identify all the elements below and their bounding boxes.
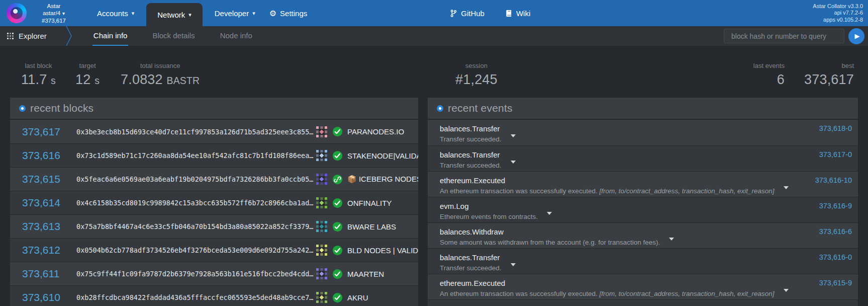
recent-blocks-header: recent blocks	[10, 98, 418, 120]
validator-name[interactable]: ONFINALITY	[347, 199, 392, 207]
event-name: balances.Transfer	[440, 253, 851, 262]
verified-check-icon	[332, 198, 343, 208]
block-author: 📦 ICEBERG NODES 📦	[316, 173, 418, 185]
breadcrumb-chevron-icon	[66, 26, 72, 46]
event-name: balances.Transfer	[440, 150, 851, 160]
block-row: 373,6130x75a7b8bf4467a4c6e33c5fb046a70b1…	[10, 214, 418, 238]
stat-target: target 12 s	[75, 62, 100, 88]
link-badge-icon	[332, 174, 343, 185]
block-search-input[interactable]	[724, 29, 844, 43]
block-number-link[interactable]: 373,616	[10, 149, 66, 162]
block-number-link[interactable]: 373,612	[10, 244, 66, 256]
expand-caret-icon[interactable]	[784, 289, 789, 292]
verified-check-icon	[332, 150, 343, 161]
chain-selector[interactable]: Astar astar/4▾ #373,617	[33, 3, 75, 24]
event-description: Transfer succeeded.	[440, 263, 851, 273]
block-row: 373,6160x73c1d589eb71c17c260aa8da54ee10a…	[10, 143, 418, 167]
block-number-link[interactable]: 373,613	[10, 220, 66, 233]
book-icon	[506, 10, 512, 17]
expand-caret-icon[interactable]	[784, 186, 789, 189]
event-name: ethereum.Executed	[440, 278, 851, 288]
recent-blocks-list: 373,6170x3be3ecb8b15d693ce40d7ce11cf9978…	[10, 120, 418, 306]
event-block-index-link[interactable]: 373,617-0	[819, 150, 852, 159]
event-row: balances.TransferTransfer succeeded.373,…	[428, 120, 858, 145]
tabbar: Explorer Chain info Block details Node i…	[0, 26, 868, 46]
event-row: evm.LogEthereum events from contracts.37…	[428, 197, 858, 222]
main-nav: Accounts▾ Network▾ Developer▾ ⚙Settings	[85, 0, 309, 26]
block-number-link[interactable]: 373,610	[10, 291, 66, 303]
validator-name[interactable]: AKRU	[347, 293, 368, 302]
recent-events-list: balances.TransferTransfer succeeded.373,…	[428, 120, 858, 306]
block-author: MAARTEN	[316, 268, 418, 280]
event-row: ethereum.ExecutedAn ethereum transaction…	[428, 274, 858, 299]
external-links: GitHub Wiki	[450, 9, 530, 18]
validator-name[interactable]: PARANODES.IO	[347, 127, 404, 136]
block-number-link[interactable]: 373,615	[10, 173, 66, 185]
event-row: balances.WithdrawSome amount was withdra…	[428, 222, 858, 248]
event-block-index-link[interactable]: 373,618-0	[819, 124, 852, 132]
git-branch-icon	[450, 10, 457, 17]
validator-name[interactable]: BWARE LABS	[347, 222, 396, 231]
block-hash: 0x5feac6a6e0569ae03a6eabf19b0204975bdfa7…	[76, 175, 316, 183]
astar-logo-icon	[7, 3, 27, 23]
tab-node-info[interactable]: Node info	[219, 26, 253, 46]
event-row: balances.TransferTransfer succeeded.373,…	[428, 248, 858, 274]
validator-identicon-icon	[316, 126, 328, 138]
block-number-link[interactable]: 373,614	[10, 197, 66, 209]
block-hash: 0x4c6158b35cd8019c9989842c15a3bcc635b572…	[76, 199, 316, 207]
expand-caret-icon[interactable]	[547, 212, 552, 215]
chain-name: Astar	[33, 3, 75, 10]
block-hash: 0x75a7b8bf4467a4c6e33c5fb046a70b154bd3a8…	[76, 222, 316, 231]
event-description: An ethereum transaction was successfully…	[440, 186, 851, 196]
panel-title: recent blocks	[30, 102, 93, 114]
event-block-index-link[interactable]: 373,616-0	[819, 253, 852, 261]
chevron-down-icon: ▾	[62, 11, 65, 16]
chevron-down-icon: ▾	[188, 12, 191, 18]
event-description: An ethereum transaction was successfully…	[440, 289, 851, 298]
block-number-link[interactable]: 373,611	[10, 268, 66, 280]
recent-blocks-panel: recent blocks 373,6170x3be3ecb8b15d693ce…	[10, 98, 418, 306]
tab-block-details[interactable]: Block details	[151, 26, 196, 46]
github-link[interactable]: GitHub	[450, 9, 485, 18]
event-name: evm.Log	[440, 201, 851, 211]
explorer-tabs: Chain info Block details Node info	[92, 26, 253, 46]
block-row: 373,6120x0504b62cb778adf3734526eb4f3276b…	[10, 238, 418, 262]
verified-check-icon	[332, 126, 343, 137]
wiki-link[interactable]: Wiki	[506, 9, 530, 18]
event-name: ethereum.Executed	[440, 176, 851, 185]
nav-network[interactable]: Network▾	[146, 3, 203, 26]
version-info: Astar Collator v3.3.0 api v7.7.2-6 apps …	[813, 3, 868, 24]
validator-name[interactable]: 📦 ICEBERG NODES 📦	[347, 175, 418, 184]
search-submit-button[interactable]: ▶	[848, 28, 864, 44]
nav-developer[interactable]: Developer▾	[213, 0, 257, 26]
chain-spec: astar/4	[43, 10, 60, 16]
verified-check-icon	[332, 292, 343, 303]
explorer-columns: recent blocks 373,6170x3be3ecb8b15d693ce…	[10, 98, 858, 306]
validator-name[interactable]: STAKENODE|VALIDATO	[347, 151, 418, 160]
block-row: 373,6140x4c6158b35cd8019c9989842c15a3bcc…	[10, 191, 418, 214]
expand-caret-icon[interactable]	[511, 263, 516, 266]
target-dot-icon	[19, 105, 26, 112]
validator-name[interactable]: BLD NODES | VALIDATO	[347, 246, 418, 255]
expand-caret-icon[interactable]	[511, 134, 516, 137]
nav-settings[interactable]: ⚙Settings	[267, 0, 310, 26]
validator-identicon-icon	[316, 197, 328, 209]
stat-last-block: last block 11.7 s	[21, 62, 56, 88]
expand-caret-icon[interactable]	[511, 161, 516, 164]
validator-identicon-icon	[316, 268, 328, 280]
event-description: Transfer succeeded.	[440, 134, 851, 144]
block-hash: 0x3be3ecb8b15d693ce40d7ce11cf997853a126d…	[76, 128, 316, 136]
nav-accounts[interactable]: Accounts▾	[95, 0, 136, 26]
event-block-index-link[interactable]: 373,616-6	[819, 227, 852, 236]
event-block-index-link[interactable]: 373,616-9	[819, 202, 852, 210]
tab-chain-info[interactable]: Chain info	[92, 26, 129, 46]
expand-caret-icon[interactable]	[669, 238, 674, 241]
block-number-link[interactable]: 373,617	[10, 126, 66, 138]
event-block-index-link[interactable]: 373,616-10	[815, 176, 852, 184]
event-block-index-link[interactable]: 373,615-9	[819, 279, 852, 287]
verified-check-icon	[332, 221, 343, 232]
stat-best: best 373,617	[804, 62, 854, 88]
section-title: Explorer	[19, 32, 47, 40]
block-author: AKRU	[316, 291, 418, 303]
validator-name[interactable]: MAARTEN	[347, 270, 384, 278]
